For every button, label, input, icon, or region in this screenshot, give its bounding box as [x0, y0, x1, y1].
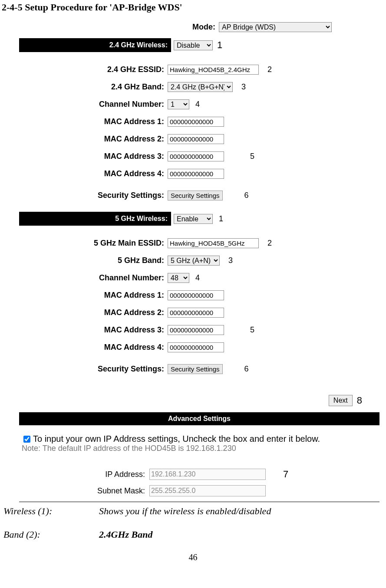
band24-band-select[interactable]: 2.4 GHz (B+G+N): [168, 82, 233, 92]
annotation-3b: 3: [228, 256, 233, 265]
band5-security-button[interactable]: Security Settings: [168, 364, 223, 374]
annotation-6: 6: [244, 191, 249, 200]
def-wireless-term: Wireless (1):: [3, 506, 99, 517]
band5-channel-label: Channel Number:: [19, 273, 168, 283]
band5-mac4-label: MAC Address 4:: [19, 343, 168, 352]
band24-channel-label: Channel Number:: [19, 100, 168, 109]
band24-security-button[interactable]: Security Settings: [168, 191, 223, 200]
band24-mac3-label: MAC Address 3:: [19, 152, 168, 161]
band5-mac1-label: MAC Address 1:: [19, 291, 168, 300]
band24-mac2-input[interactable]: [168, 134, 224, 144]
band5-mac2-label: MAC Address 2:: [19, 308, 168, 317]
annotation-5: 5: [250, 152, 254, 161]
band5-header: 5 GHz Wireless:: [19, 212, 171, 226]
annotation-6b: 6: [244, 365, 249, 374]
subnet-mask-input[interactable]: [149, 485, 266, 496]
band24-mac4-input[interactable]: [168, 169, 224, 179]
annotation-7: 7: [283, 469, 288, 480]
band24-mac4-label: MAC Address 4:: [19, 169, 168, 178]
band5-security-label: Security Settings:: [19, 365, 168, 374]
ip-settings-note: Note: The default IP address of the HOD4…: [19, 444, 379, 453]
ip-settings-checkbox[interactable]: [23, 436, 30, 443]
annotation-4: 4: [195, 100, 200, 109]
next-button[interactable]: Next: [329, 395, 353, 406]
annotation-3: 3: [241, 82, 246, 92]
page-number: 46: [2, 552, 384, 562]
config-screenshot: Mode: AP Bridge (WDS) 2.4 GHz Wireless: …: [19, 18, 379, 502]
band5-channel-select[interactable]: 48: [168, 273, 189, 283]
mode-select[interactable]: AP Bridge (WDS): [219, 22, 332, 32]
band24-mac2-label: MAC Address 2:: [19, 135, 168, 144]
band24-channel-select[interactable]: 1: [168, 99, 189, 109]
ip-address-label: IP Address:: [19, 470, 149, 479]
band24-essid-input[interactable]: [168, 65, 259, 75]
band24-header: 2.4 GHz Wireless:: [19, 38, 171, 52]
annotation-5b: 5: [250, 325, 254, 335]
def-band-term: Band (2):: [3, 529, 99, 540]
subnet-mask-label: Subnet Mask:: [19, 486, 149, 496]
band5-essid-input[interactable]: [168, 238, 259, 248]
band24-essid-label: 2.4 GHz ESSID:: [19, 65, 168, 74]
band24-mac3-input[interactable]: [168, 151, 224, 161]
band24-enable-select[interactable]: Disable: [174, 40, 213, 50]
band5-mac3-label: MAC Address 3:: [19, 325, 168, 335]
band5-mac4-input[interactable]: [168, 342, 224, 352]
mode-label: Mode:: [67, 23, 219, 32]
annotation-1: 1: [217, 39, 222, 51]
band5-essid-label: 5 GHz Main ESSID:: [19, 239, 168, 248]
annotation-1b: 1: [219, 214, 223, 223]
advanced-settings-header: Advanced Settings: [19, 412, 379, 425]
section-heading: 2-4-5 Setup Procedure for 'AP-Bridge WDS…: [2, 2, 384, 13]
band5-mac3-input[interactable]: [168, 325, 224, 335]
annotation-2: 2: [267, 65, 272, 74]
band24-security-label: Security Settings:: [19, 191, 168, 200]
annotation-4b: 4: [195, 273, 200, 283]
band5-band-label: 5 GHz Band:: [19, 256, 168, 265]
band5-enable-select[interactable]: Enable: [174, 214, 213, 224]
band5-mac1-input[interactable]: [168, 290, 224, 300]
annotation-8: 8: [357, 395, 362, 406]
def-wireless-desc: Shows you if the wireless is enabled/dis…: [99, 506, 271, 517]
band24-band-label: 2.4 GHz Band:: [19, 82, 168, 92]
def-band-desc: 2.4GHz Band: [99, 529, 152, 540]
band24-mac1-label: MAC Address 1:: [19, 117, 168, 126]
annotation-2b: 2: [267, 239, 272, 248]
band24-mac1-input[interactable]: [168, 117, 224, 127]
ip-settings-text: To input your own IP Address settings, U…: [33, 434, 320, 444]
band5-band-select[interactable]: 5 GHz (A+N): [168, 256, 220, 266]
ip-address-input[interactable]: [149, 469, 266, 480]
band5-mac2-input[interactable]: [168, 308, 224, 318]
